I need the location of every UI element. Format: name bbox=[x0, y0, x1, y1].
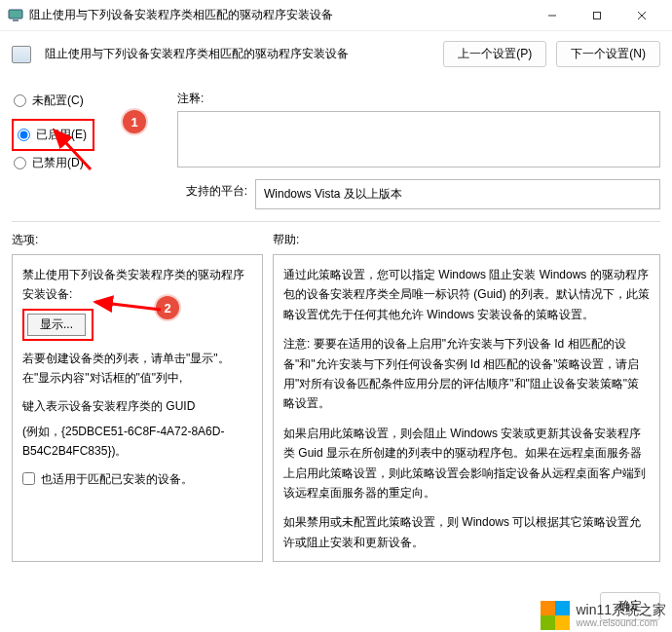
window-controls bbox=[530, 1, 664, 30]
maximize-button[interactable] bbox=[575, 1, 619, 30]
comment-column: 注释: 支持的平台: Windows Vista 及以上版本 bbox=[177, 83, 660, 209]
callout-1: 1 bbox=[123, 110, 146, 133]
platform-value: Windows Vista 及以上版本 bbox=[255, 179, 660, 209]
platform-label: 支持的平台: bbox=[177, 179, 255, 200]
options-hint-2: 键入表示设备安装程序类的 GUID bbox=[22, 396, 252, 416]
help-header: 帮助: bbox=[273, 232, 299, 248]
policy-icon bbox=[12, 46, 31, 63]
apply-installed-label: 也适用于匹配已安装的设备。 bbox=[41, 469, 193, 489]
apply-installed-checkbox-row[interactable]: 也适用于匹配已安装的设备。 bbox=[22, 469, 252, 489]
watermark-text-wrap: win11系统之家 www.relsound.com bbox=[576, 603, 666, 628]
radio-enabled-highlight: 已启用(E) bbox=[12, 119, 94, 151]
monitor-icon bbox=[8, 8, 23, 23]
window-title: 阻止使用与下列设备安装程序类相匹配的驱动程序安装设备 bbox=[29, 7, 530, 23]
help-paragraph-2: 注意: 要要在适用的设备上启用"允许安装与下列设备 Id 相匹配的设备"和"允许… bbox=[283, 334, 650, 414]
show-button[interactable]: 显示... bbox=[27, 314, 86, 336]
radio-not-configured[interactable]: 未配置(C) bbox=[12, 89, 166, 113]
state-radio-group: 未配置(C) 已启用(E) 已禁用(D) bbox=[12, 89, 166, 175]
options-header: 选项: bbox=[12, 232, 273, 248]
svg-rect-0 bbox=[9, 10, 22, 19]
comment-label: 注释: bbox=[177, 91, 660, 107]
radio-disabled[interactable]: 已禁用(D) bbox=[12, 151, 166, 175]
options-panel-header: 禁止使用下列设备类安装程序类的驱动程序安装设备: bbox=[22, 265, 252, 305]
help-panel: 通过此策略设置，您可以指定 Windows 阻止安装 Windows 的驱动程序… bbox=[273, 254, 660, 562]
section-headers: 选项: 帮助: bbox=[0, 222, 672, 254]
help-paragraph-4: 如果禁用或未配置此策略设置，则 Windows 可以根据其它策略设置允许或阻止安… bbox=[283, 512, 650, 552]
svg-rect-1 bbox=[13, 19, 19, 21]
svg-rect-3 bbox=[594, 12, 601, 19]
watermark: win11系统之家 www.relsound.com bbox=[541, 601, 666, 630]
radio-not-configured-input[interactable] bbox=[14, 94, 26, 107]
panels: 禁止使用下列设备类安装程序类的驱动程序安装设备: 显示... 若要创建设备类的列… bbox=[0, 254, 672, 562]
radio-disabled-label: 已禁用(D) bbox=[32, 155, 84, 171]
platform-row: 支持的平台: Windows Vista 及以上版本 bbox=[177, 179, 660, 209]
toolbar: 阻止使用与下列设备安装程序类相匹配的驱动程序安装设备 上一个设置(P) 下一个设… bbox=[0, 31, 672, 75]
help-paragraph-3: 如果启用此策略设置，则会阻止 Windows 安装或更新其设备安装程序类 Gui… bbox=[283, 424, 650, 503]
options-hint-3: (例如，{25DBCE51-6C8F-4A72-8A6D-B54C2B4FC83… bbox=[22, 422, 252, 462]
radio-disabled-input[interactable] bbox=[14, 157, 26, 169]
apply-installed-checkbox[interactable] bbox=[22, 472, 35, 485]
titlebar: 阻止使用与下列设备安装程序类相匹配的驱动程序安装设备 bbox=[0, 0, 672, 31]
show-button-highlight: 显示... bbox=[22, 309, 93, 341]
close-button[interactable] bbox=[619, 1, 664, 30]
radio-not-configured-label: 未配置(C) bbox=[32, 93, 84, 109]
options-hint-1: 若要创建设备类的列表，请单击"显示"。在"显示内容"对话框的"值"列中, bbox=[22, 349, 252, 389]
radio-column: 未配置(C) 已启用(E) 已禁用(D) bbox=[12, 83, 166, 209]
radio-enabled-label: 已启用(E) bbox=[36, 127, 87, 143]
options-panel: 禁止使用下列设备类安装程序类的驱动程序安装设备: 显示... 若要创建设备类的列… bbox=[12, 254, 263, 562]
help-paragraph-1: 通过此策略设置，您可以指定 Windows 阻止安装 Windows 的驱动程序… bbox=[283, 265, 650, 324]
next-setting-button[interactable]: 下一个设置(N) bbox=[556, 41, 660, 67]
radio-enabled[interactable]: 已启用(E) bbox=[16, 123, 89, 147]
watermark-logo bbox=[541, 601, 570, 630]
config-area: 未配置(C) 已启用(E) 已禁用(D) 注释: 支持的平台: Windows … bbox=[0, 75, 672, 209]
radio-enabled-input[interactable] bbox=[18, 129, 30, 141]
minimize-button[interactable] bbox=[530, 1, 575, 30]
comment-textarea[interactable] bbox=[177, 111, 660, 167]
callout-2: 2 bbox=[156, 296, 179, 319]
watermark-name: win11系统之家 bbox=[576, 603, 666, 617]
policy-title: 阻止使用与下列设备安装程序类相匹配的驱动程序安装设备 bbox=[45, 46, 433, 62]
watermark-url: www.relsound.com bbox=[576, 617, 666, 628]
previous-setting-button[interactable]: 上一个设置(P) bbox=[443, 41, 546, 67]
